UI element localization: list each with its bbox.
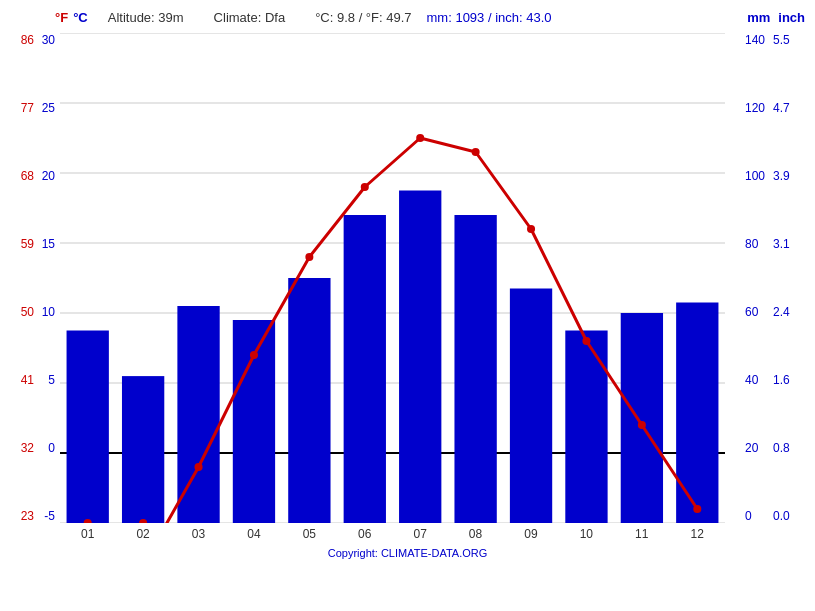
mm-label: mm	[747, 10, 770, 25]
bar-oct	[565, 331, 607, 524]
bar-dec	[676, 303, 718, 524]
y-axis-left-f: 86 77 68 59 50 41 32 23	[12, 33, 34, 523]
temp-dot-apr	[250, 351, 258, 359]
temp-dot-mar	[195, 463, 203, 471]
temp-dot-sep	[527, 225, 535, 233]
bar-aug	[454, 215, 496, 523]
temp-dot-nov	[638, 421, 646, 429]
altitude-label: Altitude: 39m	[108, 10, 184, 25]
precip-label: mm: 1093 / inch: 43.0	[427, 10, 552, 25]
y-axis-right-mm: 140 120 100 80 60 40 20 0	[745, 33, 770, 523]
bar-jan	[67, 331, 109, 524]
bar-may	[288, 278, 330, 523]
y-axis-right-inch: 5.5 4.7 3.9 3.1 2.4 1.6 0.8 0.0	[773, 33, 803, 523]
right-axis-labels: mm inch	[747, 10, 805, 25]
bar-jun	[344, 215, 386, 523]
temp-dot-jun	[361, 183, 369, 191]
inch-label: inch	[778, 10, 805, 25]
temp-dot-aug	[472, 148, 480, 156]
bar-nov	[621, 313, 663, 523]
bar-feb	[122, 376, 164, 523]
temp-dot-may	[305, 253, 313, 261]
unit-f-label: °F	[55, 10, 68, 25]
unit-c-label: °C	[73, 10, 88, 25]
bar-jul	[399, 191, 441, 524]
chart-svg	[60, 33, 725, 523]
chart-container: °F °C Altitude: 39m Climate: Dfa °C: 9.8…	[0, 0, 815, 611]
temp-label: °C: 9.8 / °F: 49.7	[315, 10, 411, 25]
bar-apr	[233, 320, 275, 523]
copyright: Copyright: CLIMATE-DATA.ORG	[10, 547, 805, 559]
y-axis-left-c: 30 25 20 15 10 5 0 -5	[35, 33, 55, 523]
temp-dot-dec	[693, 505, 701, 513]
chart-main: 86 77 68 59 50 41 32 23 30 25 20 15 10 5…	[60, 33, 725, 523]
x-axis: 01 02 03 04 05 06 07 08 09 10 11 12	[60, 523, 725, 541]
temp-dot-jul	[416, 134, 424, 142]
temp-dot-oct	[582, 337, 590, 345]
climate-label: Climate: Dfa	[214, 10, 286, 25]
bar-sep	[510, 289, 552, 524]
